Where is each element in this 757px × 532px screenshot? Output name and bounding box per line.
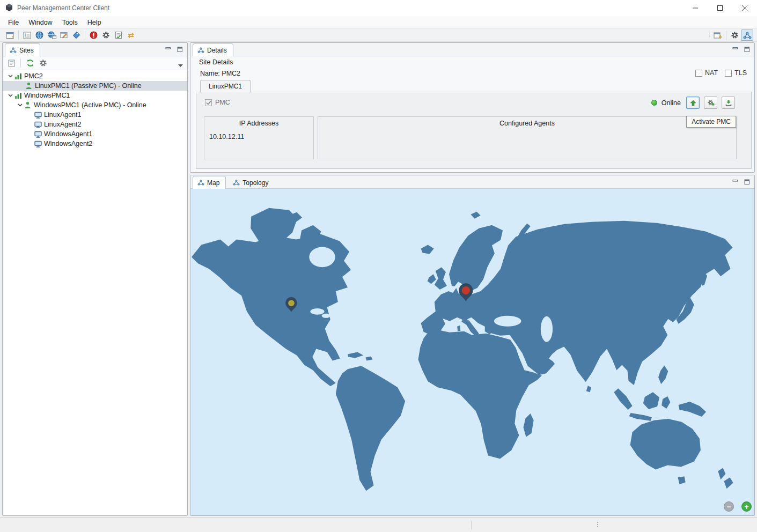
sites-tree: PMC2 LinuxPMC1 (Passive PMC) - Online Wi…: [3, 70, 187, 515]
world-map-svg: [190, 189, 754, 515]
pmc-perspective-icon[interactable]: [741, 29, 753, 41]
status-cluster: Online: [651, 97, 735, 109]
main-toolbar: ⁞: [0, 28, 757, 42]
world-map[interactable]: − +: [190, 189, 754, 515]
configure-pmc-button[interactable]: [704, 97, 717, 109]
refresh-icon[interactable]: [24, 57, 36, 69]
report-icon[interactable]: [5, 57, 18, 69]
status-bar-drag-handle[interactable]: [597, 522, 598, 527]
zoom-out-button[interactable]: −: [724, 501, 734, 512]
sync-arrows-icon[interactable]: [124, 29, 137, 41]
menu-file[interactable]: File: [3, 17, 24, 28]
site-details-title: Site Details: [199, 58, 233, 66]
tree-item-pmc2[interactable]: PMC2: [3, 71, 187, 81]
minimize-view-icon[interactable]: [165, 46, 172, 53]
activate-pmc-button[interactable]: [686, 97, 700, 109]
stop-icon[interactable]: [87, 29, 100, 41]
tab-map-label: Map: [207, 179, 219, 187]
maximize-view-icon[interactable]: [177, 46, 183, 53]
ip-addresses-title: IP Addresses: [204, 120, 313, 127]
ip-address-value: 10.10.12.11: [209, 133, 244, 141]
tree-item-linuxagent1[interactable]: LinuxAgent1: [3, 110, 187, 120]
tree-item-label: LinuxPMC1 (Passive PMC) - Online: [35, 82, 142, 90]
site-icon: [14, 92, 22, 99]
tab-map[interactable]: Map: [193, 176, 226, 189]
agent-icon: [34, 121, 42, 128]
app-icon: [5, 3, 13, 13]
tls-label: TLS: [734, 69, 747, 77]
details-panel: Details Site Details Name: PMC2 NAT: [190, 42, 755, 173]
tag-icon[interactable]: [70, 29, 83, 41]
minimize-view-icon[interactable]: [732, 46, 739, 53]
toolbar-separator: [20, 59, 21, 68]
globe-icon[interactable]: [33, 29, 46, 41]
management-perspective-icon[interactable]: [729, 29, 741, 41]
app-window: Peer Management Center Client File Windo…: [0, 0, 757, 532]
nat-checkbox-box[interactable]: [695, 70, 702, 77]
title-bar: Peer Management Center Client: [0, 0, 757, 16]
new-window-icon[interactable]: [4, 29, 16, 41]
right-column: Details Site Details Name: PMC2 NAT: [190, 42, 755, 516]
tab-linuxpmc1[interactable]: LinuxPMC1: [200, 80, 251, 92]
configured-agents-title: Configured Agents: [318, 120, 736, 127]
tab-details-label: Details: [207, 47, 227, 54]
main-area: Sites: [0, 42, 757, 517]
site-name-label: Name: PMC2: [200, 70, 240, 77]
tls-checkbox[interactable]: TLS: [725, 69, 747, 77]
tree-item-linuxpmc1[interactable]: LinuxPMC1 (Passive PMC) - Online: [3, 81, 187, 91]
nat-label: NAT: [705, 69, 718, 77]
maximize-view-icon[interactable]: [744, 179, 751, 186]
tab-sites-label: Sites: [19, 47, 34, 54]
tree-item-windowsagent1[interactable]: WindowsAgent1: [3, 129, 187, 139]
chevron-down-icon[interactable]: [17, 104, 24, 107]
pmc-details-content: PMC Online: [196, 92, 752, 169]
details-panel-header: Details: [190, 43, 754, 56]
tree-item-label: WindowsAgent1: [44, 130, 92, 138]
view-menu-icon[interactable]: [178, 61, 183, 69]
edit-window-icon[interactable]: [58, 29, 70, 41]
tab-linuxpmc1-label: LinuxPMC1: [209, 83, 242, 90]
details-body: Site Details Name: PMC2 NAT TLS Lin: [190, 56, 754, 172]
toolbar-separator: [18, 31, 19, 40]
pmc-checkbox-box: [205, 99, 212, 106]
menu-help[interactable]: Help: [83, 17, 106, 28]
import-agents-button[interactable]: [722, 97, 735, 109]
chevron-down-icon[interactable]: [7, 75, 14, 78]
close-button[interactable]: [732, 0, 757, 16]
open-perspective-icon[interactable]: [711, 29, 724, 41]
ip-addresses-group: IP Addresses 10.10.12.11: [204, 116, 314, 159]
maximize-button[interactable]: [708, 0, 732, 16]
tree-item-windowspmc1-active[interactable]: WindowsPMC1 (Active PMC) - Online: [3, 100, 187, 110]
minimize-button[interactable]: [683, 0, 708, 16]
tree-item-windowsagent2[interactable]: WindowsAgent2: [3, 139, 187, 149]
tree-item-linuxagent2[interactable]: LinuxAgent2: [3, 120, 187, 129]
pmc-icon: [24, 101, 32, 109]
perspective-bar-handle[interactable]: ⁞: [709, 32, 710, 38]
nat-checkbox[interactable]: NAT: [695, 69, 718, 77]
chevron-down-icon[interactable]: [7, 94, 14, 97]
tree-item-windowspmc1[interactable]: WindowsPMC1: [3, 91, 187, 100]
minimize-view-icon[interactable]: [732, 179, 739, 186]
gear-icon[interactable]: [100, 29, 112, 41]
menu-window[interactable]: Window: [24, 17, 57, 28]
map-panel-header: Map Topology: [190, 175, 754, 189]
gear-icon[interactable]: [36, 57, 49, 69]
globe-sites-icon[interactable]: [46, 29, 58, 41]
tab-topology[interactable]: Topology: [228, 176, 275, 189]
tab-details[interactable]: Details: [193, 43, 233, 56]
online-status-icon: [651, 100, 657, 106]
form-list-icon[interactable]: [21, 29, 33, 41]
configured-agents-group: Configured Agents: [318, 116, 737, 159]
tab-sites[interactable]: Sites: [5, 43, 40, 56]
maximize-view-icon[interactable]: [744, 46, 751, 53]
site-icon: [14, 72, 22, 80]
task-check-icon[interactable]: [112, 29, 124, 41]
window-title: Peer Management Center Client: [17, 4, 109, 12]
menu-tools[interactable]: Tools: [57, 17, 83, 28]
tab-topology-label: Topology: [242, 179, 268, 187]
pmc-checkbox: PMC: [205, 99, 230, 106]
status-bar-separator: [471, 521, 472, 529]
tls-checkbox-box[interactable]: [725, 70, 732, 77]
zoom-in-button[interactable]: +: [741, 501, 752, 512]
tree-item-label: LinuxAgent1: [44, 111, 82, 119]
